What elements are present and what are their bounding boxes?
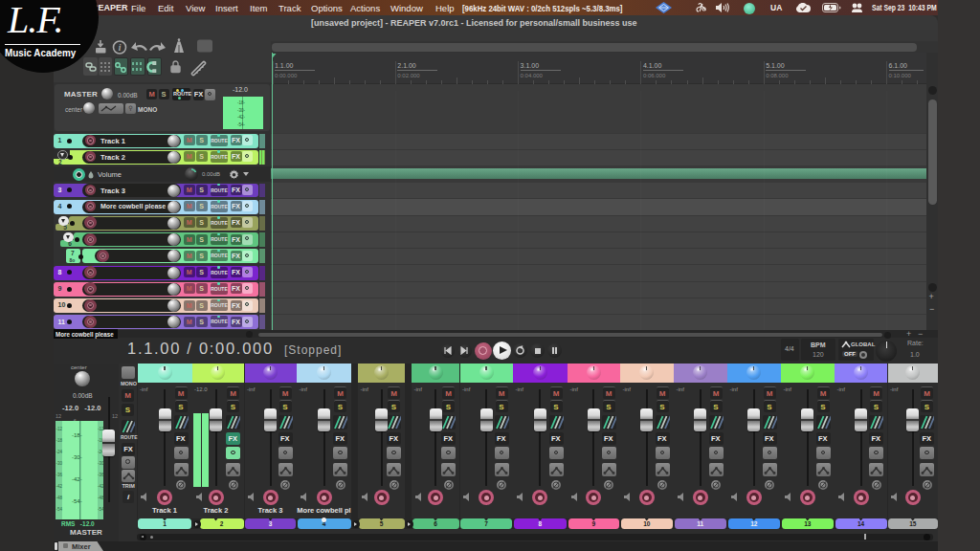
svg-text:i: i — [119, 43, 122, 53]
